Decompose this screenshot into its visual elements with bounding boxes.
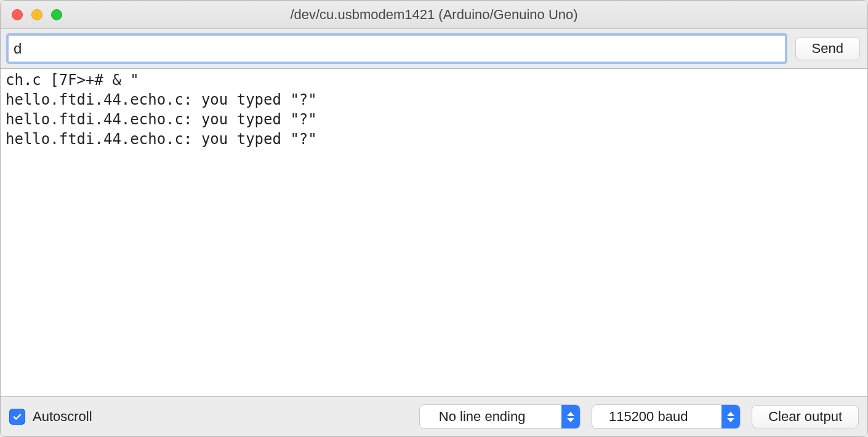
baud-rate-select[interactable]: 115200 baud: [592, 404, 741, 429]
window-title: /dev/cu.usbmodem1421 (Arduino/Genuino Un…: [1, 7, 867, 23]
input-row: Send: [1, 29, 867, 69]
traffic-lights: [1, 9, 62, 20]
titlebar: /dev/cu.usbmodem1421 (Arduino/Genuino Un…: [1, 1, 867, 29]
send-button[interactable]: Send: [795, 37, 860, 60]
close-window-button[interactable]: [12, 9, 23, 20]
autoscroll-option[interactable]: Autoscroll: [9, 409, 92, 425]
chevron-up-down-icon: [721, 405, 740, 428]
zoom-window-button[interactable]: [51, 9, 62, 20]
chevron-up-down-icon: [561, 405, 580, 428]
line-ending-value: No line ending: [420, 409, 561, 425]
autoscroll-label: Autoscroll: [33, 409, 92, 425]
bottom-bar: Autoscroll No line ending 115200 baud Cl…: [1, 397, 867, 436]
clear-output-button[interactable]: Clear output: [752, 405, 859, 428]
serial-input[interactable]: [8, 35, 786, 62]
minimize-window-button[interactable]: [31, 9, 42, 20]
autoscroll-checkbox[interactable]: [9, 409, 25, 425]
line-ending-select[interactable]: No line ending: [419, 404, 581, 429]
baud-rate-value: 115200 baud: [592, 409, 721, 425]
serial-output[interactable]: ch.c [7F>+# & " hello.ftdi.44.echo.c: yo…: [1, 69, 867, 397]
serial-monitor-window: /dev/cu.usbmodem1421 (Arduino/Genuino Un…: [0, 0, 868, 437]
checkmark-icon: [12, 411, 23, 422]
